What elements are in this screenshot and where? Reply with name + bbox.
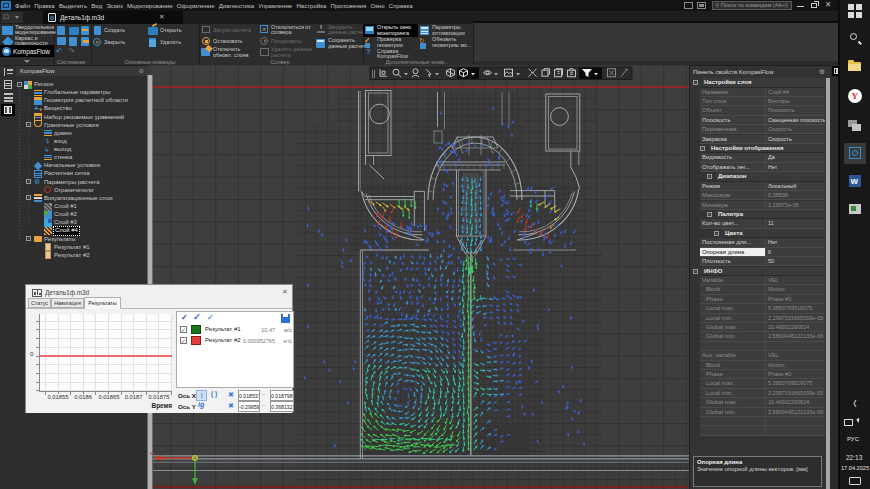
svg-text:x: x: [150, 450, 153, 456]
